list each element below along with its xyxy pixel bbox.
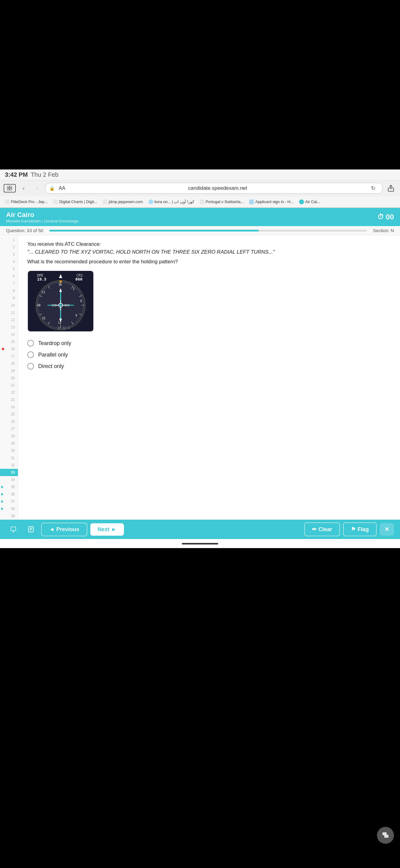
address-bar[interactable]: 🔒 AA candidate.speedexam.net ↻ bbox=[45, 183, 383, 194]
flag-icon: ⚑ bbox=[351, 526, 356, 533]
line-14: 14 bbox=[0, 331, 18, 338]
option-direct-label: Direct only bbox=[38, 363, 64, 370]
clearance-text: "... CLEARED TO THE XYZ VORTAC, HOLD NOR… bbox=[27, 249, 391, 255]
line-8: 8 bbox=[0, 287, 18, 294]
line-30: 30 bbox=[0, 447, 18, 454]
help-button[interactable] bbox=[377, 827, 394, 844]
section-label: Section: N bbox=[373, 228, 394, 233]
browser-nav: ‹ › 🔒 AA candidate.speedexam.net ↻ bbox=[0, 180, 400, 196]
svg-text:12: 12 bbox=[58, 321, 61, 324]
share-button[interactable] bbox=[385, 183, 396, 194]
main-content: 1 2 3 4 5 6 7 8 9 10 11 12 13 14 15 16 1… bbox=[0, 235, 400, 520]
bookmark-digital-charts[interactable]: Digital Charts | Digit... bbox=[52, 199, 98, 205]
svg-rect-0 bbox=[7, 186, 9, 188]
prev-arrow-icon: ◄ bbox=[49, 526, 55, 533]
svg-text:060: 060 bbox=[76, 277, 83, 281]
previous-button[interactable]: ◄ Previous bbox=[41, 523, 87, 536]
line-38: 38 bbox=[0, 505, 18, 513]
svg-text:14  12  5: 14 12 5 bbox=[57, 326, 70, 330]
line-1: 1 bbox=[0, 236, 18, 244]
bookmark-applicant[interactable]: Applicant sign in - H... bbox=[248, 199, 294, 205]
bottom-nav: ◄ Previous Next ► ✏ Clear ⚑ Flag ✕ bbox=[0, 520, 400, 539]
bookmarks-bar: FliteDeck Pro - Jep... Digital Charts | … bbox=[0, 196, 400, 208]
question-text: What is the recommended procedure to ent… bbox=[27, 259, 391, 265]
app-title: Air Cairo bbox=[6, 211, 79, 219]
radio-parallel[interactable] bbox=[27, 351, 34, 358]
line-27: 27 bbox=[0, 425, 18, 433]
radio-teardrop[interactable] bbox=[27, 340, 34, 346]
svg-text:3: 3 bbox=[73, 287, 75, 290]
line-10: 10 bbox=[0, 302, 18, 309]
line-25: 25 bbox=[0, 411, 18, 418]
tab-grid-button[interactable] bbox=[4, 184, 16, 192]
line-29: 29 bbox=[0, 440, 18, 447]
left-nav-group: ◄ Previous Next ► bbox=[6, 523, 124, 536]
option-parallel[interactable]: Parallel only bbox=[27, 351, 391, 358]
hsi-diagram: DME 19.5 CRS 060 36 bbox=[27, 271, 94, 332]
status-date: Thu 2 Feb bbox=[31, 171, 58, 178]
progress-bar-fill bbox=[49, 230, 259, 231]
timer-icon: ⏱ bbox=[377, 213, 384, 221]
line-12: 12 bbox=[0, 316, 18, 323]
line-13: 13 bbox=[0, 323, 18, 331]
line-39: 39 bbox=[0, 513, 18, 520]
line-7: 7 bbox=[0, 280, 18, 287]
bookmark-kora[interactable]: kora on... | كورا أون اب bbox=[147, 199, 196, 205]
status-time: 3:42 PM bbox=[5, 171, 28, 178]
app-header: Air Cairo Mostafa Kamaleldin | General K… bbox=[0, 208, 400, 226]
options-list: Teardrop only Parallel only Direct only bbox=[27, 340, 391, 370]
line-6: 6 bbox=[0, 273, 18, 280]
bookmark-jdmp[interactable]: jdmp.jeppesen.com bbox=[102, 199, 144, 205]
timer-block: ⏱ 00 bbox=[377, 213, 394, 221]
svg-text:15: 15 bbox=[42, 317, 46, 320]
line-31: 31 bbox=[0, 454, 18, 462]
line-32: 32 bbox=[0, 462, 18, 469]
line-24: 24 bbox=[0, 403, 18, 411]
flag-button[interactable]: ⚑ Flag bbox=[343, 522, 377, 536]
question-bar: Question: 33 of 50 Section: N bbox=[0, 226, 400, 235]
line-36: 36 bbox=[0, 491, 18, 498]
line-26: 26 bbox=[0, 418, 18, 425]
aa-button[interactable]: AA bbox=[56, 186, 67, 191]
line-4: 4 bbox=[0, 258, 18, 266]
bookmark-portugal[interactable]: Portugal v Switzerla... bbox=[199, 199, 245, 205]
line-17: 17 bbox=[0, 352, 18, 360]
question-label: Question: 33 of 50 bbox=[6, 228, 43, 233]
line-11: 11 bbox=[0, 309, 18, 316]
line-28: 28 bbox=[0, 433, 18, 440]
option-teardrop-label: Teardrop only bbox=[38, 340, 71, 346]
svg-rect-1 bbox=[10, 186, 12, 188]
svg-rect-3 bbox=[10, 188, 12, 190]
option-direct[interactable]: Direct only bbox=[27, 363, 391, 370]
close-button[interactable]: ✕ bbox=[380, 523, 394, 536]
browser-back-button[interactable]: ‹ bbox=[18, 183, 29, 194]
home-indicator bbox=[0, 539, 400, 548]
bookmark-aircairo[interactable]: Air Cai... bbox=[298, 199, 321, 205]
next-button[interactable]: Next ► bbox=[90, 523, 124, 536]
option-teardrop[interactable]: Teardrop only bbox=[27, 340, 391, 346]
line-numbers-sidebar: 1 2 3 4 5 6 7 8 9 10 11 12 13 14 15 16 1… bbox=[0, 235, 18, 520]
status-bar: 3:42 PM Thu 2 Feb bbox=[0, 169, 400, 180]
line-9: 9 bbox=[0, 294, 18, 302]
line-22: 22 bbox=[0, 389, 18, 396]
reload-button[interactable]: ↻ bbox=[368, 183, 378, 194]
line-34: 34 bbox=[0, 476, 18, 483]
clear-button[interactable]: ✏ Clear bbox=[304, 522, 340, 536]
radio-direct[interactable] bbox=[27, 363, 34, 370]
browser-forward-button[interactable]: › bbox=[31, 183, 42, 194]
timer-display: 00 bbox=[386, 213, 394, 221]
app-subtitle: Mostafa Kamaleldin | General Knowledge bbox=[6, 219, 79, 223]
clear-icon: ✏ bbox=[312, 526, 317, 533]
notes-button[interactable] bbox=[24, 523, 38, 536]
line-37: 37 bbox=[0, 498, 18, 505]
line-15: 15 bbox=[0, 338, 18, 345]
close-icon: ✕ bbox=[384, 526, 389, 533]
line-3: 3 bbox=[0, 251, 18, 258]
chat-button[interactable] bbox=[6, 523, 21, 536]
home-bar bbox=[182, 543, 218, 545]
browser-chrome: ‹ › 🔒 AA candidate.speedexam.net ↻ Flit bbox=[0, 180, 400, 208]
bookmark-flitedeck[interactable]: FliteDeck Pro - Jep... bbox=[4, 199, 49, 205]
clearance-label: You receive this ATC Clearance: bbox=[27, 241, 391, 247]
option-parallel-label: Parallel only bbox=[38, 352, 68, 358]
next-arrow-icon: ► bbox=[111, 526, 117, 533]
